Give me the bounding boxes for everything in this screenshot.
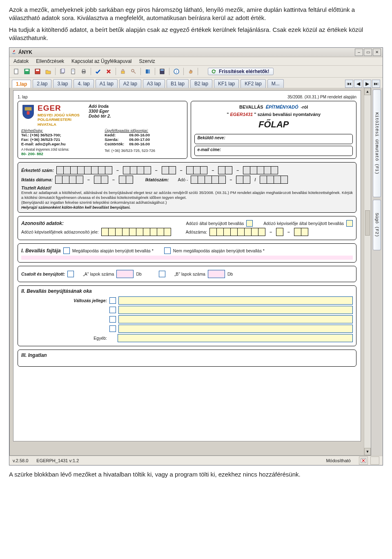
save-icon[interactable]: [22, 67, 31, 76]
csatolt-label: Csatolt és benyújtott:: [21, 272, 65, 276]
open-icon[interactable]: [44, 67, 53, 76]
page-icon[interactable]: [69, 67, 78, 76]
help-f1-button[interactable]: Kitöltési útmutató (F1): [373, 89, 381, 197]
egyeb-field[interactable]: [118, 334, 353, 342]
instructions-3: Helyrajzi számonként külön-külön kell be…: [21, 205, 353, 210]
check-icon[interactable]: [94, 67, 102, 76]
hours-wed: Szerda:: [105, 137, 126, 142]
valtozas-check-1[interactable]: [109, 297, 116, 304]
new-icon[interactable]: [12, 67, 21, 76]
tab-a2[interactable]: A2 lap: [119, 79, 141, 88]
print-icon[interactable]: [79, 67, 88, 76]
svg-rect-12: [82, 72, 85, 73]
hours-tue-val: 09.00-16.00: [129, 133, 150, 137]
kepviselo-benyujt-label: Adózó képviselője által benyújtott beval…: [263, 221, 344, 226]
key-icon[interactable]: [129, 67, 138, 76]
scroll-down-icon[interactable]: ▼: [364, 448, 371, 455]
valtozas-field-4[interactable]: [118, 325, 353, 333]
menu-adatok[interactable]: Adatok: [13, 58, 29, 64]
ingatlan-section: III. Ingatlan: [18, 350, 356, 367]
tab-first-icon[interactable]: ⏮: [345, 80, 353, 88]
tab-more[interactable]: M...: [267, 79, 284, 88]
svg-rect-9: [72, 71, 74, 71]
bev-fajta-title: I. Bevallás fajtája: [21, 248, 61, 254]
tab-b1[interactable]: B1 lap: [167, 79, 189, 88]
info-icon[interactable]: i: [172, 67, 181, 76]
menu-ellenorzesek[interactable]: Ellenőrzések: [36, 58, 64, 64]
valtozas-field-2[interactable]: [118, 306, 353, 314]
folap-title: FŐLAP: [194, 119, 353, 130]
menu-kapcsolat[interactable]: Kapcsolat az Ügyfélkapuval: [71, 58, 131, 64]
tab-b2[interactable]: B2 lap: [190, 79, 212, 88]
tab-next-icon[interactable]: ▶: [363, 80, 371, 88]
adoszam-g1[interactable]: [209, 228, 265, 236]
iktatas-datuma-label: Iktatás dátuma:: [21, 177, 53, 182]
tabstrip: 1.lap 2.lap 3.lap 4. lap A1 lap A2 lap A…: [9, 78, 383, 88]
adoszam-g3[interactable]: [294, 228, 308, 236]
nem-megallapodas-check[interactable]: [164, 247, 171, 254]
tab-kf1[interactable]: KF1 lap: [214, 79, 239, 88]
valtozas-field-3[interactable]: [118, 315, 353, 323]
hand-icon[interactable]: [186, 67, 195, 76]
calc-icon[interactable]: [158, 67, 167, 76]
ado-prefix: Adó -: [178, 177, 188, 182]
maximize-button[interactable]: ▭: [364, 49, 372, 56]
green-label: A Hivatal ingyenes zöld száma:: [21, 147, 100, 151]
book-icon[interactable]: [143, 67, 152, 76]
refresh-icon: [211, 69, 216, 74]
b-lapok-count[interactable]: [208, 270, 225, 278]
contact-header: Elérhetőség:: [21, 128, 43, 133]
save-red-icon[interactable]: [33, 67, 42, 76]
status-blank-icon[interactable]: [370, 457, 379, 465]
scroll-up-icon[interactable]: ▲: [364, 88, 371, 95]
menu-szerviz[interactable]: Szerviz: [139, 58, 155, 64]
scroll-thumb[interactable]: [365, 210, 370, 236]
a-lapok-count[interactable]: [116, 270, 134, 278]
sender-name-field[interactable]: Beküldő neve:: [194, 134, 353, 144]
copy-icon[interactable]: [58, 67, 67, 76]
help-f2-button[interactable]: Súgó (F2): [373, 200, 381, 250]
tab-2lap[interactable]: 2.lap: [33, 79, 51, 88]
tab-kf2[interactable]: KF2 lap: [241, 79, 265, 88]
java-icon: [11, 49, 17, 55]
kepviselo-id[interactable]: [101, 228, 171, 236]
tab-1lap[interactable]: 1.lap: [12, 80, 31, 88]
adoszama-label: Adószáma:: [186, 229, 207, 234]
status-delete-icon[interactable]: [359, 457, 368, 465]
db1: Db: [136, 272, 141, 276]
status-mode: Módosítható: [326, 458, 351, 463]
valtozas-check-4[interactable]: [109, 325, 116, 332]
contact-tel: Tel.: (+36) 36/523-700;: [21, 133, 100, 137]
identity-section: Azonosító adatok: Adózó által benyújtott…: [18, 216, 356, 240]
tab-a3[interactable]: A3 lap: [143, 79, 165, 88]
kepviselo-benyujt-check[interactable]: [346, 220, 353, 227]
close-button[interactable]: ✕: [373, 49, 381, 56]
db2: Db: [227, 272, 233, 276]
sender-email-field[interactable]: e-mail címe:: [194, 146, 353, 156]
tab-a1[interactable]: A1 lap: [96, 79, 118, 88]
benyujtas-oka-section: II. Bevallás benyújtásának oka Változás …: [18, 285, 356, 346]
a-lapok-check[interactable]: [67, 271, 74, 277]
lock-icon[interactable]: [118, 67, 127, 76]
tab-last-icon[interactable]: ⏭: [372, 80, 380, 88]
x-icon[interactable]: [104, 67, 113, 76]
erkez-g1: [56, 166, 112, 174]
updates-button[interactable]: Frissítések elérhetők!: [208, 68, 274, 75]
vertical-scrollbar[interactable]: ▲ ▼: [364, 88, 371, 455]
tab-4lap[interactable]: 4. lap: [74, 79, 94, 88]
city-name: EGER: [38, 104, 80, 113]
tab-prev-icon[interactable]: ◀: [354, 80, 362, 88]
adozo-benyujt-check[interactable]: [246, 220, 253, 227]
svg-rect-2: [25, 69, 29, 71]
tisztelt-adozo: Tisztelt Adózó!: [21, 185, 353, 190]
adoszam-g2[interactable]: [276, 228, 283, 236]
b-lapok-check[interactable]: [159, 271, 165, 277]
tab-3lap[interactable]: 3.lap: [53, 79, 72, 88]
megallapodas-check[interactable]: [63, 247, 70, 254]
contact-email: E-mail: ado@ph.eger.hu: [21, 142, 100, 146]
valtozas-field-1[interactable]: [118, 296, 353, 305]
valtozas-check-3[interactable]: [109, 316, 116, 323]
anyk-window: ÁNYK – ▭ ✕ Adatok Ellenőrzések Kapcsolat…: [9, 47, 383, 465]
minimize-button[interactable]: –: [355, 49, 363, 56]
valtozas-check-2[interactable]: [109, 307, 116, 313]
